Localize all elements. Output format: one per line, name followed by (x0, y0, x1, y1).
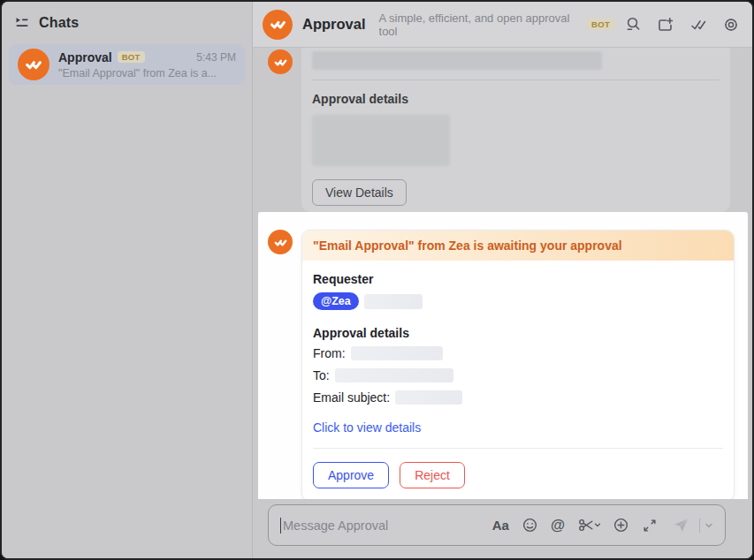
redacted-to-value (335, 368, 453, 382)
composer-area: Aa @ (253, 499, 752, 558)
expand-icon[interactable] (642, 516, 658, 535)
app-window: Chats Approval BOT 5:43 PM "Email Approv… (0, 0, 754, 560)
approval-card-title: "Email Approval" from Zea is awaiting yo… (302, 231, 734, 261)
text-format-icon[interactable]: Aa (492, 516, 509, 535)
redacted-subject-value (395, 390, 462, 405)
from-label: From: (313, 344, 346, 362)
requester-value: @Zea (313, 292, 723, 310)
to-label: To: (313, 367, 330, 384)
send-group (672, 516, 714, 535)
text-caret (280, 518, 281, 534)
approval-logo-icon (18, 49, 50, 80)
send-options-chevron-icon[interactable] (704, 516, 714, 535)
divider (699, 518, 700, 533)
redacted-from-value (351, 346, 443, 360)
send-icon[interactable] (672, 516, 690, 535)
main-pane: Approval A simple, efficient, and open a… (253, 2, 752, 558)
redacted-details (312, 115, 450, 166)
view-details-button[interactable]: View Details (312, 179, 407, 206)
conversation-header: Approval A simple, efficient, and open a… (253, 2, 752, 48)
reject-button[interactable]: Reject (400, 462, 465, 488)
more-actions-icon[interactable] (613, 516, 629, 535)
conversation-title: Approval (302, 16, 366, 33)
redacted-title (312, 51, 602, 70)
subject-field: Email subject: (313, 389, 723, 406)
composer-toolbar: Aa @ (492, 516, 714, 535)
bot-badge: BOT (587, 19, 614, 31)
redacted-requester-name (364, 294, 423, 309)
sidebar-title: Chats (39, 15, 79, 31)
approval-logo-icon (268, 49, 293, 74)
divider (312, 79, 720, 80)
requester-label: Requester (313, 272, 723, 286)
approval-logo-icon (268, 230, 293, 254)
chat-meta: Approval BOT 5:43 PM "Email Approval" fr… (58, 50, 236, 79)
conversation-subtitle: A simple, efficient, and open approval t… (379, 11, 571, 38)
message-composer[interactable]: Aa @ (268, 504, 726, 546)
header-actions (624, 16, 740, 34)
from-field: From: (313, 344, 723, 362)
screenshot-icon[interactable] (577, 516, 600, 535)
previous-message: Approval details View Details (268, 48, 729, 212)
sidebar-header: Chats (2, 2, 252, 44)
settings-gear-icon[interactable] (722, 16, 740, 34)
sidebar: Chats Approval BOT 5:43 PM "Email Approv… (2, 2, 253, 558)
open-in-tab-icon[interactable] (657, 16, 674, 34)
mention-icon[interactable]: @ (551, 516, 565, 535)
approval-request-card: "Email Approval" from Zea is awaiting yo… (301, 230, 735, 499)
approval-card-body: Requester @Zea Approval details From: (302, 261, 734, 499)
mention-zea[interactable]: @Zea (313, 292, 359, 310)
bot-badge: BOT (118, 51, 145, 64)
chat-list-item-approval[interactable]: Approval BOT 5:43 PM "Email Approval" fr… (9, 44, 245, 85)
approval-details-label: Approval details (313, 326, 723, 340)
subject-label: Email subject: (313, 389, 390, 406)
action-buttons: Approve Reject (313, 462, 723, 488)
message-area: Approval details View Details "Email A (253, 48, 752, 499)
tasks-check-icon[interactable] (689, 16, 707, 34)
current-message: "Email Approval" from Zea is awaiting yo… (268, 230, 735, 499)
chat-name: Approval (58, 50, 112, 64)
to-field: To: (313, 367, 723, 384)
view-details-link[interactable]: Click to view details (313, 420, 421, 435)
previous-approval-card: Approval details View Details (301, 48, 730, 212)
chat-preview: "Email Approval" from Zea is a... (58, 67, 236, 79)
approval-logo-icon (263, 10, 293, 40)
approval-details-label: Approval details (312, 92, 720, 106)
spotlight-highlight: "Email Approval" from Zea is awaiting yo… (258, 212, 748, 499)
chat-timestamp: 5:43 PM (196, 51, 236, 64)
divider (313, 448, 723, 449)
search-icon[interactable] (624, 16, 642, 34)
approve-button[interactable]: Approve (313, 462, 389, 488)
filter-chats-icon[interactable] (14, 15, 30, 31)
emoji-icon[interactable] (522, 516, 538, 535)
message-input[interactable] (283, 518, 492, 533)
